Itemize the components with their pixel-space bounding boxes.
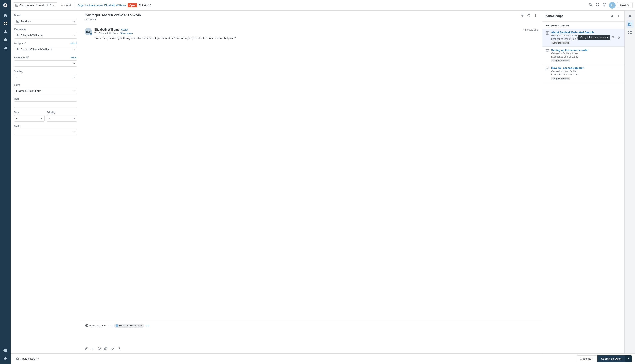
skills-select[interactable]: ▾ — [14, 129, 77, 135]
language-label-2: Language — [552, 60, 563, 62]
kb-language-tag-2: Language en-us — [551, 59, 621, 62]
kb-external-button-1[interactable] — [611, 35, 615, 40]
breadcrumb-user[interactable]: Elizabeth Williams — [104, 4, 126, 7]
ticket-tab[interactable]: Can't get search crawl... #10 × — [13, 2, 57, 8]
message-item: EW Elizabeth Williams Assign 7 minutes a… — [85, 28, 538, 40]
nav-users-icon[interactable] — [2, 28, 9, 35]
priority-chevron: ▾ — [74, 117, 75, 120]
add-label: + Add — [64, 4, 71, 7]
svg-rect-15 — [598, 3, 599, 4]
left-navigation — [0, 0, 11, 364]
history-icon-button[interactable] — [526, 13, 531, 18]
message-time: 7 minutes ago — [523, 28, 538, 31]
main-area: Can't get search crawl... #10 × ＋ + Add … — [11, 0, 635, 364]
knowledge-item-1[interactable]: About Zendesk Federated Search General >… — [542, 29, 624, 46]
help-icon[interactable] — [602, 2, 607, 8]
show-more-link[interactable]: Show more — [120, 32, 133, 35]
ticket-via: Via system — [85, 18, 520, 21]
next-button[interactable]: Next — [617, 2, 632, 8]
more-options-button[interactable] — [533, 13, 538, 18]
right-user-icon[interactable] — [626, 12, 633, 20]
right-apps-icon[interactable] — [626, 29, 633, 36]
right-icon-panel — [624, 11, 635, 353]
requester-value: Elizabeth Williams — [21, 34, 42, 37]
svg-point-39 — [629, 14, 631, 16]
type-select[interactable]: - ▾ — [14, 115, 45, 122]
knowledge-panel: Knowledge Suggested content — [542, 11, 624, 353]
reply-recipient[interactable]: Elizabeth Williams — [114, 324, 144, 328]
sharing-field: Sharing - ▾ — [14, 70, 77, 80]
reply-type-button[interactable]: Public reply — [84, 323, 108, 328]
bottom-bar: Apply macro Close tab Submit as Open — [11, 353, 635, 364]
draft-icon-button[interactable] — [84, 346, 89, 351]
svg-point-31 — [98, 347, 101, 350]
kb-actions-1: Copy link to conversation — [605, 31, 621, 44]
svg-point-33 — [100, 348, 100, 348]
kb-category-1: General > Guide articles — [551, 34, 603, 37]
form-field: Form Example Ticket Form ▾ — [14, 84, 77, 94]
kb-date-2: Last edited Jun 08 12:43 — [551, 55, 621, 58]
tags-input[interactable] — [14, 102, 77, 108]
follow-link[interactable]: follow — [71, 56, 77, 59]
priority-select[interactable]: - ▾ — [47, 115, 77, 122]
reply-input[interactable] — [84, 330, 539, 342]
apply-macro-button[interactable]: Apply macro — [14, 356, 41, 362]
submit-chevron-button[interactable] — [625, 356, 632, 362]
grid-icon[interactable] — [595, 2, 600, 8]
link-button[interactable] — [110, 346, 115, 351]
sharing-select[interactable]: - ▾ — [14, 74, 77, 80]
app-logo[interactable] — [2, 2, 9, 9]
brand-select-inner: Zendesk — [16, 20, 31, 23]
right-book-icon[interactable] — [626, 20, 633, 28]
assignee-field: Assignee* take it Support/Elizabeth Will… — [14, 42, 77, 52]
assignee-select[interactable]: Support/Elizabeth Williams ▾ — [14, 46, 77, 52]
followers-info-icon: ⓘ — [26, 56, 29, 59]
form-select[interactable]: Example Ticket Form ▾ — [14, 88, 77, 94]
search-format-button[interactable] — [117, 346, 121, 351]
requester-field: Requester Elizabeth Williams ▾ — [14, 28, 77, 38]
filter-icon-button[interactable] — [520, 13, 525, 18]
priority-label: Priority — [47, 111, 77, 114]
nav-reports-icon[interactable] — [2, 44, 9, 52]
requester-select[interactable]: Elizabeth Williams ▾ — [14, 32, 77, 38]
emoji-button[interactable] — [97, 346, 102, 351]
nav-home-icon[interactable] — [2, 12, 9, 19]
ticket-area: Can't get search crawler to work Via sys… — [80, 11, 542, 353]
followers-select[interactable]: ▾ — [14, 60, 77, 66]
user-avatar[interactable]: U — [609, 2, 615, 8]
followers-label: Followers — [14, 56, 26, 59]
tab-close-button[interactable]: × — [52, 4, 55, 7]
nav-views-icon[interactable] — [2, 20, 9, 27]
brand-select[interactable]: Zendesk ▾ — [14, 18, 77, 24]
submit-button[interactable]: Submit as Open — [597, 356, 625, 362]
add-tab-button[interactable]: ＋ + Add — [59, 2, 73, 8]
brand-field: Brand Zendesk ▾ — [14, 14, 77, 24]
priority-value: - — [49, 117, 50, 120]
breadcrumb-org[interactable]: Organization (create) — [78, 4, 103, 7]
close-tab-button[interactable]: Close tab — [577, 356, 597, 362]
knowledge-add-button[interactable] — [616, 14, 621, 18]
nav-organizations-icon[interactable] — [2, 36, 9, 44]
svg-rect-8 — [4, 48, 5, 50]
search-icon[interactable] — [588, 2, 593, 8]
ticket-header: Can't get search crawler to work Via sys… — [80, 11, 542, 24]
nav-admin-icon[interactable] — [2, 347, 9, 354]
knowledge-title: Knowledge — [545, 14, 608, 18]
svg-point-32 — [99, 348, 99, 348]
top-bar: Can't get search crawl... #10 × ＋ + Add … — [11, 0, 635, 11]
reply-to-area: To Elizabeth Williams CC — [109, 324, 150, 328]
cc-button[interactable]: CC — [146, 324, 150, 327]
knowledge-search-button[interactable] — [609, 14, 614, 18]
format-text-button[interactable]: A — [90, 346, 95, 351]
to-label: To — [109, 324, 112, 327]
assign-link[interactable]: Assign — [121, 28, 128, 31]
kb-category-2: General > Guide articles — [551, 52, 621, 55]
attachment-button[interactable] — [103, 346, 108, 351]
kb-star-button-1[interactable] — [616, 35, 621, 40]
knowledge-item-3[interactable]: How do I access Explore? General > Using… — [542, 64, 624, 82]
knowledge-item-2[interactable]: Setting up the search crawler General > … — [542, 46, 624, 64]
take-it-link[interactable]: take it — [70, 42, 77, 45]
kb-link-button-1[interactable]: Copy link to conversation — [605, 35, 610, 40]
nav-sandbox-icon[interactable] — [2, 355, 9, 362]
recipient-avatar — [116, 324, 118, 327]
